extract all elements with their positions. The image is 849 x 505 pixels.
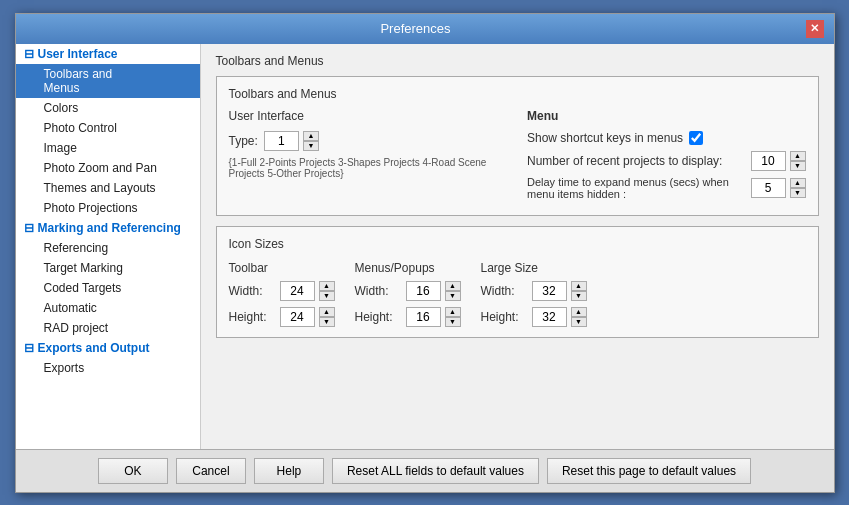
large-height-spinner-btns: ▲ ▼ bbox=[571, 307, 587, 327]
sidebar-item-coded-targets[interactable]: Coded Targets bbox=[16, 278, 200, 298]
delay-spinner-btns: ▲ ▼ bbox=[790, 178, 806, 198]
menus-popups-title: Menus/Popups bbox=[355, 261, 461, 275]
large-size-group: Large Size Width: ▲ ▼ bbox=[481, 261, 587, 327]
recent-projects-up-btn[interactable]: ▲ bbox=[790, 151, 806, 161]
menus-width-label: Width: bbox=[355, 284, 400, 298]
show-shortcuts-checkbox[interactable] bbox=[689, 131, 703, 145]
toolbar-height-row: Height: ▲ ▼ bbox=[229, 307, 335, 327]
menus-popups-group: Menus/Popups Width: ▲ ▼ bbox=[355, 261, 461, 327]
sidebar-item-exports-and-output[interactable]: ⊟ Exports and Output bbox=[16, 338, 200, 358]
type-spinner: ▲ ▼ bbox=[264, 131, 319, 151]
sidebar-item-photo-projections[interactable]: Photo Projections bbox=[16, 198, 200, 218]
sidebar-item-automatic[interactable]: Automatic bbox=[16, 298, 200, 318]
sidebar-item-photo-zoom-and-pan[interactable]: Photo Zoom and Pan bbox=[16, 158, 200, 178]
menus-height-up[interactable]: ▲ bbox=[445, 307, 461, 317]
type-label: Type: bbox=[229, 134, 258, 148]
menus-height-row: Height: ▲ ▼ bbox=[355, 307, 461, 327]
sidebar-item-target-marking[interactable]: Target Marking bbox=[16, 258, 200, 278]
delay-input[interactable] bbox=[751, 178, 786, 198]
sidebar-item-photo-control[interactable]: Photo Control bbox=[16, 118, 200, 138]
toolbar-width-input[interactable] bbox=[280, 281, 315, 301]
show-shortcuts-row: Show shortcut keys in menus bbox=[527, 131, 806, 145]
large-height-input[interactable] bbox=[532, 307, 567, 327]
large-width-up[interactable]: ▲ bbox=[571, 281, 587, 291]
large-height-row: Height: ▲ ▼ bbox=[481, 307, 587, 327]
large-height-up[interactable]: ▲ bbox=[571, 307, 587, 317]
menu-section-title: Menu bbox=[527, 109, 806, 123]
recent-projects-input[interactable] bbox=[751, 151, 786, 171]
expand-icon3: ⊟ bbox=[24, 341, 34, 355]
dialog-body: ⊟ User Interface Toolbars andMenus Color… bbox=[16, 44, 834, 449]
sidebar-item-rad-project[interactable]: RAD project bbox=[16, 318, 200, 338]
reset-all-button[interactable]: Reset ALL fields to default values bbox=[332, 458, 539, 484]
type-up-btn[interactable]: ▲ bbox=[303, 131, 319, 141]
menus-width-input[interactable] bbox=[406, 281, 441, 301]
toolbar-width-up[interactable]: ▲ bbox=[319, 281, 335, 291]
large-width-down[interactable]: ▼ bbox=[571, 291, 587, 301]
preferences-dialog: Preferences ✕ ⊟ User Interface Toolbars … bbox=[15, 13, 835, 493]
menus-height-spinner: ▲ ▼ bbox=[406, 307, 461, 327]
dialog-title: Preferences bbox=[26, 21, 806, 36]
sidebar-item-referencing[interactable]: Referencing bbox=[16, 238, 200, 258]
delay-up-btn[interactable]: ▲ bbox=[790, 178, 806, 188]
large-size-title: Large Size bbox=[481, 261, 587, 275]
menu-section: Menu Show shortcut keys in menus Number … bbox=[527, 109, 806, 205]
toolbar-height-input[interactable] bbox=[280, 307, 315, 327]
large-height-down[interactable]: ▼ bbox=[571, 317, 587, 327]
recent-projects-spinner: ▲ ▼ bbox=[751, 151, 806, 171]
two-col-layout: User Interface Type: ▲ ▼ {1-Ful bbox=[229, 109, 806, 205]
expand-icon: ⊟ bbox=[24, 47, 34, 61]
sidebar-item-user-interface[interactable]: ⊟ User Interface bbox=[16, 44, 200, 64]
type-down-btn[interactable]: ▼ bbox=[303, 141, 319, 151]
menus-height-down[interactable]: ▼ bbox=[445, 317, 461, 327]
sidebar-item-marking-and-referencing[interactable]: ⊟ Marking and Referencing bbox=[16, 218, 200, 238]
reset-page-button[interactable]: Reset this page to default values bbox=[547, 458, 751, 484]
recent-projects-row: Number of recent projects to display: ▲ … bbox=[527, 151, 806, 171]
toolbar-group-title: Toolbar bbox=[229, 261, 335, 275]
large-width-label: Width: bbox=[481, 284, 526, 298]
toolbar-height-down[interactable]: ▼ bbox=[319, 317, 335, 327]
footer: OK Cancel Help Reset ALL fields to defau… bbox=[16, 449, 834, 492]
sidebar-item-image[interactable]: Image bbox=[16, 138, 200, 158]
toolbar-width-spinner-btns: ▲ ▼ bbox=[319, 281, 335, 301]
toolbar-width-row: Width: ▲ ▼ bbox=[229, 281, 335, 301]
menus-width-up[interactable]: ▲ bbox=[445, 281, 461, 291]
type-input[interactable] bbox=[264, 131, 299, 151]
delay-spinner: ▲ ▼ bbox=[751, 178, 806, 198]
type-spinner-btns: ▲ ▼ bbox=[303, 131, 319, 151]
help-button[interactable]: Help bbox=[254, 458, 324, 484]
main-panel: Toolbars and Menus User Interface Type: … bbox=[216, 76, 819, 216]
toolbar-width-down[interactable]: ▼ bbox=[319, 291, 335, 301]
menus-width-spinner-btns: ▲ ▼ bbox=[445, 281, 461, 301]
content-area: Toolbars and Menus Toolbars and Menus Us… bbox=[201, 44, 834, 449]
large-height-label: Height: bbox=[481, 310, 526, 324]
recent-projects-down-btn[interactable]: ▼ bbox=[790, 161, 806, 171]
icon-sizes-row: Toolbar Width: ▲ ▼ bbox=[229, 261, 806, 327]
expand-icon2: ⊟ bbox=[24, 221, 34, 235]
show-shortcuts-label: Show shortcut keys in menus bbox=[527, 131, 683, 145]
ui-section-label: User Interface bbox=[229, 109, 508, 123]
cancel-button[interactable]: Cancel bbox=[176, 458, 246, 484]
toolbar-width-label: Width: bbox=[229, 284, 274, 298]
large-height-spinner: ▲ ▼ bbox=[532, 307, 587, 327]
type-row: Type: ▲ ▼ bbox=[229, 131, 508, 151]
type-hint: {1-Full 2-Points Projects 3-Shapes Proje… bbox=[229, 157, 508, 179]
menus-width-down[interactable]: ▼ bbox=[445, 291, 461, 301]
delay-down-btn[interactable]: ▼ bbox=[790, 188, 806, 198]
close-button[interactable]: ✕ bbox=[806, 20, 824, 38]
menus-height-spinner-btns: ▲ ▼ bbox=[445, 307, 461, 327]
menus-height-label: Height: bbox=[355, 310, 400, 324]
sidebar-item-themes-and-layouts[interactable]: Themes and Layouts bbox=[16, 178, 200, 198]
toolbar-height-spinner: ▲ ▼ bbox=[280, 307, 335, 327]
menus-width-row: Width: ▲ ▼ bbox=[355, 281, 461, 301]
delay-row: Delay time to expand menus (secs) when m… bbox=[527, 176, 806, 200]
sidebar-item-colors[interactable]: Colors bbox=[16, 98, 200, 118]
toolbar-height-up[interactable]: ▲ bbox=[319, 307, 335, 317]
sidebar-item-toolbars-and-menus[interactable]: Toolbars andMenus bbox=[16, 64, 200, 98]
icon-sizes-panel: Icon Sizes Toolbar Width: ▲ ▼ bbox=[216, 226, 819, 338]
ok-button[interactable]: OK bbox=[98, 458, 168, 484]
large-width-input[interactable] bbox=[532, 281, 567, 301]
sidebar-item-exports[interactable]: Exports bbox=[16, 358, 200, 378]
toolbar-height-spinner-btns: ▲ ▼ bbox=[319, 307, 335, 327]
menus-height-input[interactable] bbox=[406, 307, 441, 327]
